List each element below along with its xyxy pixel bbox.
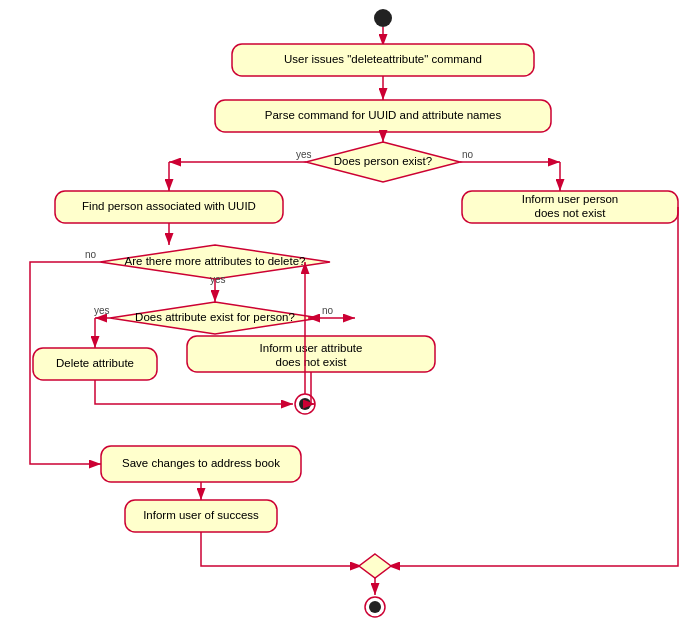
diamond-person-exist-label: Does person exist?	[334, 155, 432, 167]
label-no-d1: no	[462, 149, 474, 160]
diamond-attr-exist-label: Does attribute exist for person?	[135, 311, 295, 323]
merge-inner-dot	[299, 398, 311, 410]
node-find-person-label: Find person associated with UUID	[82, 200, 256, 212]
end-inner	[369, 601, 381, 613]
arrow-delete-merge	[95, 380, 293, 404]
label-no-d3: no	[322, 305, 334, 316]
label-no-d2: no	[85, 249, 97, 260]
arrow-inform-person-merge2	[388, 207, 678, 566]
node-save-label: Save changes to address book	[122, 457, 280, 469]
diamond-merge2	[359, 554, 391, 578]
node-inform-attr-label1: Inform user attribute	[260, 342, 363, 354]
node-deleteattribute-label: User issues "deleteattribute" command	[284, 53, 482, 65]
node-inform-attr-label2: does not exist	[276, 356, 348, 368]
node-inform-person-label1: Inform user person	[522, 193, 619, 205]
node-inform-person-label2: does not exist	[535, 207, 607, 219]
label-yes-d1: yes	[296, 149, 312, 160]
node-success-label: Inform user of success	[143, 509, 259, 521]
arrow-success-merge2	[201, 532, 362, 566]
diamond-more-attrs-label: Are there more attributes to delete?	[125, 255, 306, 267]
label-yes-d2: yes	[210, 274, 226, 285]
node-delete-attr-label: Delete attribute	[56, 357, 134, 369]
node-parse-label: Parse command for UUID and attribute nam…	[265, 109, 502, 121]
start-node	[374, 9, 392, 27]
label-yes-d3: yes	[94, 305, 110, 316]
